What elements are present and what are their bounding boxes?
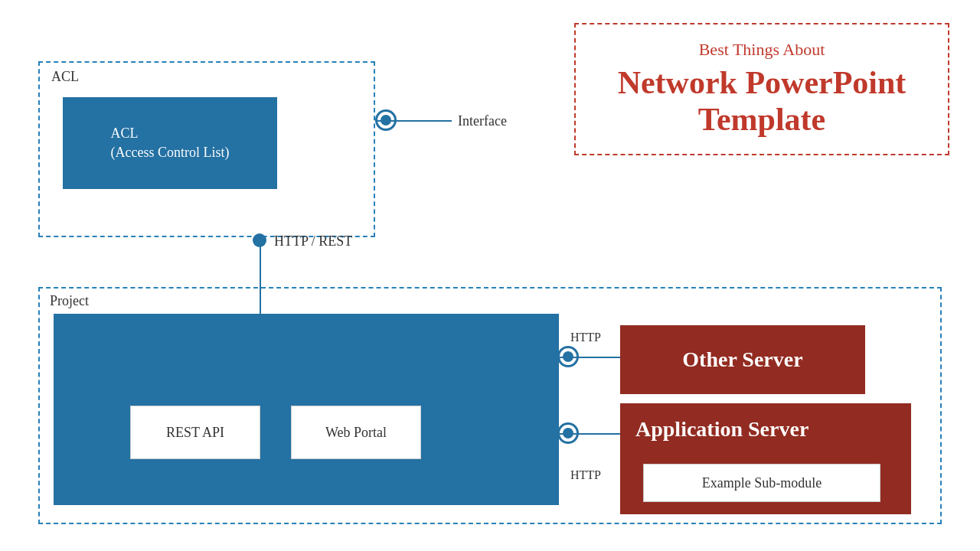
rest-api-box: REST API xyxy=(130,406,260,459)
conn-line-top xyxy=(559,357,620,358)
conn-line-bottom xyxy=(559,433,620,435)
rest-api-label: REST API xyxy=(166,425,224,441)
http-top-label: HTTP xyxy=(570,331,601,344)
app-server-label: Application Server xyxy=(635,417,808,442)
acl-inner-label: ACL(Access Control List) xyxy=(100,124,241,162)
sub-module-box: Example Sub-module xyxy=(643,464,880,502)
title-main: Network PowerPoint Template xyxy=(599,64,925,139)
web-portal-box: Web Portal xyxy=(291,406,421,459)
acl-inner-box: ACL(Access Control List) xyxy=(63,97,277,189)
http-rest-label: HTTP / REST xyxy=(274,233,352,249)
web-portal-label: Web Portal xyxy=(325,425,387,441)
title-box: Best Things About Network PowerPoint Tem… xyxy=(574,23,949,155)
acl-outer-label: ACL xyxy=(51,69,79,85)
http-rest-line xyxy=(260,237,261,287)
acl-outer-box: ACL ACL(Access Control List) xyxy=(38,61,375,237)
http-bottom-label: HTTP xyxy=(570,468,601,482)
other-server-box: Other Server xyxy=(620,325,865,394)
other-server-label: Other Server xyxy=(682,347,802,372)
interface-line xyxy=(375,120,452,122)
interface-label: Interface xyxy=(458,113,507,129)
project-label: Project xyxy=(50,293,89,309)
sub-module-label: Example Sub-module xyxy=(702,475,822,491)
title-subtitle: Best Things About xyxy=(599,40,925,60)
